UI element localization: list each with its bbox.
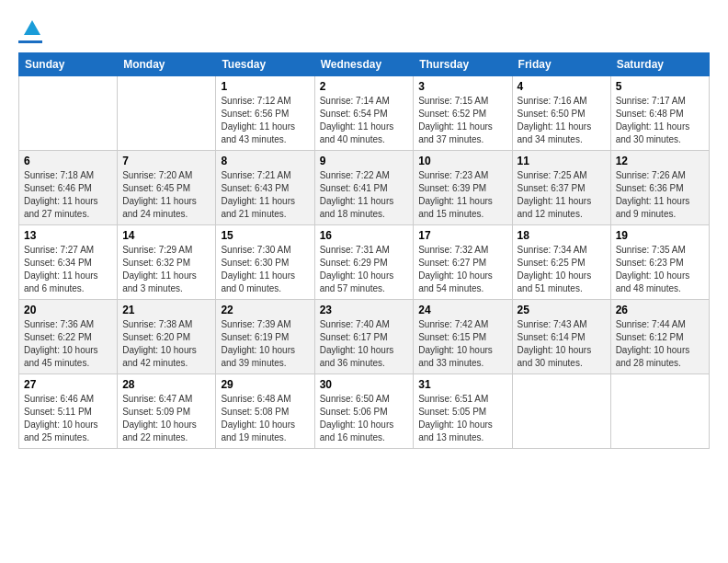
day-info: Sunrise: 7:20 AM Sunset: 6:45 PM Dayligh… [122,169,210,221]
day-info: Sunrise: 7:39 AM Sunset: 6:19 PM Dayligh… [221,318,309,370]
sunrise-text: Sunrise: 7:21 AM [221,169,309,182]
day-cell: 20 Sunrise: 7:36 AM Sunset: 6:22 PM Dayl… [19,300,118,374]
sunrise-text: Sunrise: 7:43 AM [518,318,606,331]
sunrise-text: Sunrise: 7:29 AM [122,244,210,257]
day-number: 7 [122,155,210,167]
daylight-text: Daylight: 11 hours and 34 minutes. [518,121,606,146]
daylight-text: Daylight: 11 hours and 6 minutes. [24,270,112,295]
column-header-tuesday: Tuesday [216,53,314,76]
day-cell: 12 Sunrise: 7:26 AM Sunset: 6:36 PM Dayl… [610,151,709,225]
sunrise-text: Sunrise: 7:23 AM [418,169,506,182]
day-number: 16 [320,229,409,242]
daylight-text: Daylight: 10 hours and 33 minutes. [418,344,506,370]
daylight-text: Daylight: 10 hours and 51 minutes. [518,270,606,295]
day-number: 5 [616,80,704,93]
day-number: 25 [518,304,606,316]
day-cell: 26 Sunrise: 7:44 AM Sunset: 6:12 PM Dayl… [610,300,709,374]
day-info: Sunrise: 7:31 AM Sunset: 6:29 PM Dayligh… [320,244,409,295]
day-cell: 2 Sunrise: 7:14 AM Sunset: 6:54 PM Dayli… [314,76,414,151]
day-cell: 10 Sunrise: 7:23 AM Sunset: 6:39 PM Dayl… [414,151,512,225]
day-cell: 27 Sunrise: 6:46 AM Sunset: 5:11 PM Dayl… [19,374,118,449]
day-cell: 5 Sunrise: 7:17 AM Sunset: 6:48 PM Dayli… [610,76,709,151]
day-number: 24 [418,304,506,316]
sunrise-text: Sunrise: 7:25 AM [518,169,606,182]
day-info: Sunrise: 7:17 AM Sunset: 6:48 PM Dayligh… [616,95,704,146]
sunset-text: Sunset: 5:09 PM [122,406,210,419]
sunrise-text: Sunrise: 6:48 AM [221,393,309,406]
page-header [18,18,710,43]
day-cell: 25 Sunrise: 7:43 AM Sunset: 6:14 PM Dayl… [512,300,610,374]
day-info: Sunrise: 7:43 AM Sunset: 6:14 PM Dayligh… [518,318,606,370]
sunrise-text: Sunrise: 7:38 AM [122,318,210,331]
sunrise-text: Sunrise: 7:20 AM [122,169,210,182]
sunset-text: Sunset: 5:11 PM [24,406,112,419]
day-number: 8 [221,155,309,167]
sunrise-text: Sunrise: 7:31 AM [320,244,409,257]
day-cell: 23 Sunrise: 7:40 AM Sunset: 6:17 PM Dayl… [314,300,414,374]
day-number: 1 [221,80,309,93]
day-number: 18 [518,229,606,242]
daylight-text: Daylight: 10 hours and 39 minutes. [221,344,309,370]
daylight-text: Daylight: 10 hours and 22 minutes. [122,419,210,444]
day-info: Sunrise: 6:48 AM Sunset: 5:08 PM Dayligh… [221,393,309,444]
sunset-text: Sunset: 6:48 PM [616,108,704,121]
day-cell: 6 Sunrise: 7:18 AM Sunset: 6:46 PM Dayli… [19,151,118,225]
day-info: Sunrise: 7:23 AM Sunset: 6:39 PM Dayligh… [418,169,506,221]
day-cell: 17 Sunrise: 7:32 AM Sunset: 6:27 PM Dayl… [414,225,512,300]
day-info: Sunrise: 6:46 AM Sunset: 5:11 PM Dayligh… [24,393,112,444]
week-row-1: 1 Sunrise: 7:12 AM Sunset: 6:56 PM Dayli… [19,76,710,151]
sunset-text: Sunset: 6:29 PM [320,257,409,270]
sunrise-text: Sunrise: 7:14 AM [320,95,409,108]
daylight-text: Daylight: 11 hours and 43 minutes. [221,121,309,146]
sunrise-text: Sunrise: 7:16 AM [518,95,606,108]
column-header-saturday: Saturday [610,53,709,76]
sunrise-text: Sunrise: 7:22 AM [320,169,409,182]
logo [18,18,42,43]
daylight-text: Daylight: 10 hours and 19 minutes. [221,419,309,444]
daylight-text: Daylight: 10 hours and 57 minutes. [320,270,409,295]
column-header-wednesday: Wednesday [314,53,414,76]
sunrise-text: Sunrise: 7:27 AM [24,244,112,257]
day-info: Sunrise: 7:36 AM Sunset: 6:22 PM Dayligh… [24,318,112,370]
day-number: 10 [418,155,506,167]
day-number: 11 [518,155,606,167]
daylight-text: Daylight: 10 hours and 28 minutes. [616,344,704,370]
sunset-text: Sunset: 6:54 PM [320,108,409,121]
calendar-table: SundayMondayTuesdayWednesdayThursdayFrid… [18,52,710,449]
day-number: 28 [122,378,210,391]
sunset-text: Sunset: 6:32 PM [122,257,210,270]
sunrise-text: Sunrise: 6:47 AM [122,393,210,406]
daylight-text: Daylight: 10 hours and 25 minutes. [24,419,112,444]
column-header-sunday: Sunday [19,53,118,76]
day-cell: 4 Sunrise: 7:16 AM Sunset: 6:50 PM Dayli… [512,76,610,151]
sunrise-text: Sunrise: 7:42 AM [418,318,506,331]
day-cell: 24 Sunrise: 7:42 AM Sunset: 6:15 PM Dayl… [414,300,512,374]
day-number: 26 [616,304,704,316]
day-cell: 28 Sunrise: 6:47 AM Sunset: 5:09 PM Dayl… [118,374,216,449]
sunset-text: Sunset: 6:37 PM [518,182,606,195]
day-info: Sunrise: 7:42 AM Sunset: 6:15 PM Dayligh… [418,318,506,370]
day-number: 19 [616,229,704,242]
daylight-text: Daylight: 11 hours and 30 minutes. [616,121,704,146]
daylight-text: Daylight: 11 hours and 24 minutes. [122,195,210,221]
day-cell: 3 Sunrise: 7:15 AM Sunset: 6:52 PM Dayli… [414,76,512,151]
week-row-5: 27 Sunrise: 6:46 AM Sunset: 5:11 PM Dayl… [19,374,710,449]
sunrise-text: Sunrise: 6:46 AM [24,393,112,406]
sunset-text: Sunset: 6:46 PM [24,182,112,195]
day-info: Sunrise: 7:15 AM Sunset: 6:52 PM Dayligh… [418,95,506,146]
daylight-text: Daylight: 11 hours and 21 minutes. [221,195,309,221]
sunset-text: Sunset: 6:15 PM [418,331,506,344]
daylight-text: Daylight: 11 hours and 40 minutes. [320,121,409,146]
sunrise-text: Sunrise: 7:15 AM [418,95,506,108]
daylight-text: Daylight: 11 hours and 27 minutes. [24,195,112,221]
sunset-text: Sunset: 6:43 PM [221,182,309,195]
sunrise-text: Sunrise: 7:40 AM [320,318,409,331]
sunset-text: Sunset: 6:45 PM [122,182,210,195]
day-info: Sunrise: 6:47 AM Sunset: 5:09 PM Dayligh… [122,393,210,444]
daylight-text: Daylight: 10 hours and 16 minutes. [320,419,409,444]
day-cell: 9 Sunrise: 7:22 AM Sunset: 6:41 PM Dayli… [314,151,414,225]
daylight-text: Daylight: 11 hours and 18 minutes. [320,195,409,221]
sunset-text: Sunset: 6:30 PM [221,257,309,270]
day-cell [512,374,610,449]
day-info: Sunrise: 7:26 AM Sunset: 6:36 PM Dayligh… [616,169,704,221]
